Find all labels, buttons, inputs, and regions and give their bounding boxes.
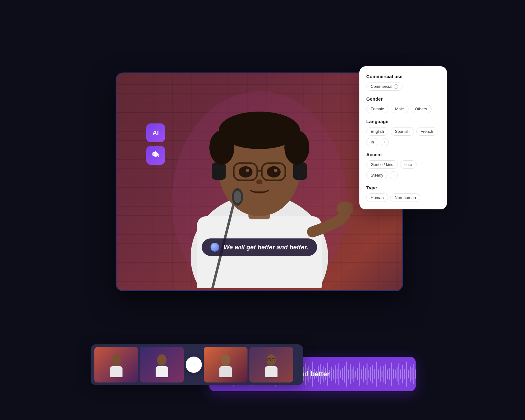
- filter-panel: Commercial use Commercial i Gender Femal…: [359, 66, 447, 209]
- gender-chips: Female Male Others: [366, 105, 440, 113]
- chip-female[interactable]: Female: [366, 105, 388, 113]
- language-chips: English Spanish French In ›: [366, 127, 440, 146]
- svg-point-28: [157, 354, 167, 366]
- chip-non-human-text: Non-human: [395, 195, 416, 200]
- chip-gentle-text: Gentle / kind: [371, 162, 393, 167]
- chip-in-text: In: [371, 140, 374, 144]
- type-label: Type: [366, 185, 440, 190]
- person-svg: [166, 76, 353, 288]
- film-thumb-2[interactable]: [140, 347, 184, 382]
- svg-point-22: [234, 191, 241, 203]
- thumb-person-2: [152, 352, 171, 377]
- svg-rect-27: [110, 366, 122, 377]
- film-thumb-1[interactable]: [94, 347, 138, 382]
- chip-others-text: Others: [415, 107, 427, 111]
- subtitle-orb: [211, 243, 219, 252]
- svg-rect-7: [212, 162, 226, 180]
- filmstrip: →: [91, 344, 303, 385]
- chip-commercial-text: Commercial: [371, 84, 392, 89]
- svg-point-16: [256, 179, 262, 184]
- language-more-button[interactable]: ›: [381, 138, 389, 146]
- voice-icon: [151, 150, 161, 160]
- chip-in[interactable]: In: [366, 138, 378, 146]
- chip-male-text: Male: [395, 107, 404, 111]
- svg-rect-144: [413, 364, 414, 384]
- svg-rect-31: [219, 366, 232, 377]
- svg-rect-142: [410, 366, 411, 382]
- svg-point-32: [267, 354, 276, 366]
- svg-point-14: [246, 169, 249, 172]
- chip-others[interactable]: Others: [411, 105, 432, 113]
- svg-point-26: [112, 354, 121, 366]
- film-thumb-3[interactable]: [204, 347, 248, 382]
- svg-rect-145: [415, 369, 416, 379]
- gender-section: Gender Female Male Others: [366, 96, 440, 113]
- svg-rect-8: [293, 162, 307, 180]
- subtitle-text: We will get better and better.: [224, 244, 308, 251]
- chip-spanish[interactable]: Spanish: [391, 127, 414, 136]
- chip-french-text: French: [421, 129, 433, 134]
- svg-point-30: [221, 354, 230, 366]
- svg-point-12: [239, 166, 252, 178]
- main-scene: AI We will get better and better.: [91, 54, 434, 366]
- chip-male[interactable]: Male: [391, 105, 408, 113]
- accent-label: Accent: [366, 152, 440, 157]
- svg-rect-143: [412, 368, 412, 380]
- chip-cute-text: cute: [404, 162, 412, 167]
- next-button[interactable]: →: [186, 357, 202, 373]
- info-icon: i: [394, 84, 398, 89]
- chip-cute[interactable]: cute: [400, 160, 417, 169]
- svg-point-15: [274, 169, 278, 172]
- commercial-chips: Commercial i: [366, 82, 440, 91]
- gender-label: Gender: [366, 96, 440, 102]
- commercial-use-label: Commercial use: [366, 74, 440, 79]
- film-thumb-4[interactable]: [249, 347, 293, 382]
- chip-english[interactable]: English: [366, 127, 388, 136]
- ai-label: AI: [152, 129, 159, 137]
- chip-steady[interactable]: Steady: [366, 171, 388, 179]
- thumb-person-3: [216, 352, 235, 377]
- type-section: Type Human Non-human: [366, 185, 440, 202]
- chip-gentle[interactable]: Gentle / kind: [366, 160, 398, 169]
- ai-button[interactable]: AI: [146, 123, 165, 142]
- toolbar: AI: [146, 123, 165, 165]
- chip-english-text: English: [371, 129, 384, 134]
- chip-steady-text: Steady: [371, 173, 383, 178]
- thumb-person-1: [107, 352, 126, 377]
- svg-point-18: [209, 130, 234, 165]
- type-chips: Human Non-human: [366, 193, 440, 202]
- chip-commercial[interactable]: Commercial i: [366, 82, 402, 91]
- subtitle-bar: We will get better and better.: [202, 238, 317, 256]
- language-label: Language: [366, 119, 440, 124]
- accent-section: Accent Gentle / kind cute Steady ›: [366, 152, 440, 179]
- arrow-icon: →: [191, 361, 197, 368]
- chip-french[interactable]: French: [416, 127, 438, 136]
- chip-female-text: Female: [371, 107, 384, 111]
- svg-point-13: [267, 166, 281, 178]
- svg-point-19: [284, 130, 309, 165]
- svg-rect-29: [156, 366, 168, 377]
- accent-chips: Gentle / kind cute Steady ›: [366, 160, 440, 179]
- chip-spanish-text: Spanish: [395, 129, 410, 134]
- voice-button[interactable]: [146, 146, 165, 165]
- svg-rect-33: [265, 366, 278, 377]
- commercial-use-section: Commercial use Commercial i: [366, 74, 440, 91]
- chip-human-text: Human: [371, 195, 384, 200]
- accent-more-button[interactable]: ›: [390, 171, 398, 179]
- thumb-person-4: [262, 352, 281, 377]
- chip-non-human[interactable]: Non-human: [390, 193, 420, 202]
- language-section: Language English Spanish French In ›: [366, 119, 440, 146]
- chip-human[interactable]: Human: [366, 193, 388, 202]
